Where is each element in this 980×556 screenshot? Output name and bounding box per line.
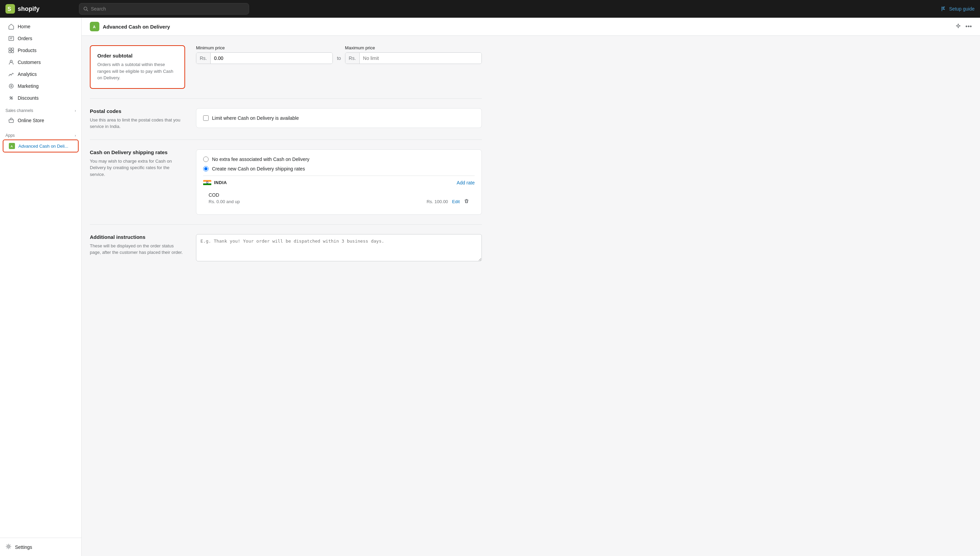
sidebar-item-marketing-label: Marketing	[18, 83, 39, 89]
instructions-title: Additional instructions	[90, 234, 185, 240]
sidebar-item-home-label: Home	[18, 24, 30, 29]
india-flag-icon	[203, 180, 211, 186]
page-header-left: A Advanced Cash on Delivery	[90, 22, 170, 31]
order-subtotal-section: Order subtotal Orders with a subtotal wi…	[90, 36, 482, 99]
setup-guide-btn[interactable]: Setup guide	[941, 6, 975, 11]
no-fee-radio[interactable]	[203, 157, 208, 162]
sales-channels-section: Sales channels ›	[0, 104, 81, 114]
flag-icon	[941, 6, 946, 11]
order-subtotal-left: Order subtotal Orders with a subtotal wi…	[90, 45, 185, 89]
orders-icon	[8, 36, 14, 42]
price-to-label: to	[337, 48, 341, 61]
search-bar[interactable]	[79, 3, 249, 15]
discounts-icon	[8, 95, 14, 101]
svg-rect-7	[9, 51, 11, 53]
sidebar-item-orders[interactable]: Orders	[3, 33, 79, 44]
cod-price-row: Rs. 0.00 and up Rs. 100.00 Edit	[208, 198, 469, 205]
search-input[interactable]	[91, 6, 245, 11]
svg-line-3	[87, 10, 88, 11]
cod-name: COD	[208, 192, 469, 198]
more-options-icon[interactable]: •••	[965, 23, 972, 30]
min-price-group: Minimum price Rs.	[196, 45, 333, 64]
sidebar-item-analytics-label: Analytics	[18, 71, 37, 77]
order-subtotal-right: Minimum price Rs. to Maximum price Rs.	[196, 45, 482, 89]
shipping-rates-right: No extra fee associated with Cash on Del…	[196, 149, 482, 215]
page-app-icon: A	[90, 22, 99, 31]
instructions-textarea[interactable]	[196, 234, 482, 261]
cod-range: Rs. 0.00 and up	[208, 199, 240, 204]
shipping-rates-desc: You may wish to charge extra for Cash on…	[90, 158, 185, 178]
cod-actions: Rs. 100.00 Edit	[427, 198, 469, 205]
sidebar-item-orders-label: Orders	[18, 36, 32, 41]
app-icon: A	[9, 143, 15, 149]
radio-no-fee-row: No extra fee associated with Cash on Del…	[203, 157, 475, 162]
topbar: S shopify Setup guide	[0, 0, 980, 18]
page-header-right: •••	[955, 23, 972, 30]
apps-section-label: Apps ›	[0, 129, 81, 139]
sidebar-item-analytics[interactable]: Analytics	[3, 68, 79, 80]
postal-codes-left: Postal codes Use this area to limit the …	[90, 108, 185, 130]
min-price-label: Minimum price	[196, 45, 333, 50]
svg-rect-6	[11, 48, 14, 50]
postal-codes-right: Limit where Cash on Delivery is availabl…	[196, 108, 482, 130]
sidebar-item-products-label: Products	[18, 48, 36, 53]
shipping-rates-left: Cash on Delivery shipping rates You may …	[90, 149, 185, 215]
svg-point-9	[10, 60, 12, 62]
svg-text:S: S	[8, 6, 11, 12]
max-price-label: Maximum price	[345, 45, 482, 50]
page-title: Advanced Cash on Delivery	[103, 24, 170, 30]
sidebar-item-discounts[interactable]: Discounts	[3, 92, 79, 104]
postal-codes-checkbox[interactable]	[203, 115, 208, 121]
sidebar-item-products[interactable]: Products	[3, 45, 79, 56]
sidebar-item-online-store[interactable]: Online Store	[3, 115, 79, 126]
products-icon	[8, 47, 14, 53]
customers-icon	[8, 59, 14, 65]
postal-codes-section: Postal codes Use this area to limit the …	[90, 99, 482, 140]
create-rates-label[interactable]: Create new Cash on Delivery shipping rat…	[212, 166, 305, 171]
marketing-icon	[8, 83, 14, 89]
sidebar-item-online-store-label: Online Store	[18, 118, 44, 123]
instructions-right	[196, 234, 482, 262]
postal-codes-checkbox-row: Limit where Cash on Delivery is availabl…	[203, 115, 475, 121]
instructions-desc: These will be displayed on the order sta…	[90, 242, 185, 256]
create-rates-radio[interactable]	[203, 166, 208, 171]
logo[interactable]: S shopify	[5, 4, 74, 14]
order-subtotal-desc: Orders with a subtotal within these rang…	[97, 61, 178, 81]
max-price-input-wrap: Rs.	[345, 52, 482, 64]
shipping-rates-section: Cash on Delivery shipping rates You may …	[90, 140, 482, 225]
pin-icon[interactable]	[955, 23, 961, 30]
page-header: A Advanced Cash on Delivery •••	[82, 18, 980, 36]
svg-rect-5	[9, 48, 11, 50]
analytics-icon	[8, 71, 14, 77]
india-row: INDIA Add rate	[203, 176, 475, 189]
delete-cod-button[interactable]	[464, 198, 469, 205]
max-price-input[interactable]	[360, 53, 481, 64]
add-rate-button[interactable]: Add rate	[457, 180, 475, 186]
main-content: Order subtotal Orders with a subtotal wi…	[82, 36, 980, 280]
online-store-icon	[8, 117, 14, 123]
min-price-input[interactable]	[211, 53, 333, 64]
price-range: Minimum price Rs. to Maximum price Rs.	[196, 45, 482, 64]
max-price-prefix: Rs.	[346, 53, 360, 64]
search-icon	[83, 6, 88, 11]
postal-codes-checkbox-label[interactable]: Limit where Cash on Delivery is availabl…	[212, 115, 299, 121]
edit-cod-button[interactable]: Edit	[452, 199, 460, 204]
svg-rect-4	[9, 36, 14, 40]
sidebar-item-customers[interactable]: Customers	[3, 57, 79, 68]
sidebar-item-advanced-cod[interactable]: A Advanced Cash on Deli...	[3, 139, 79, 152]
setup-guide-label: Setup guide	[949, 6, 975, 11]
apps-chevron-icon: ›	[75, 134, 76, 137]
instructions-left: Additional instructions These will be di…	[90, 234, 185, 262]
sidebar-item-marketing[interactable]: Marketing	[3, 80, 79, 92]
apps-label: Apps	[5, 133, 15, 138]
no-fee-label[interactable]: No extra fee associated with Cash on Del…	[212, 157, 309, 162]
india-label: INDIA	[214, 180, 227, 185]
min-price-input-wrap: Rs.	[196, 52, 333, 64]
postal-codes-title: Postal codes	[90, 108, 185, 114]
sidebar-item-home[interactable]: Home	[3, 21, 79, 32]
svg-text:A: A	[93, 25, 95, 29]
india-flag: INDIA	[203, 180, 227, 186]
svg-point-12	[11, 98, 13, 99]
home-icon	[8, 23, 14, 30]
max-price-group: Maximum price Rs.	[345, 45, 482, 64]
